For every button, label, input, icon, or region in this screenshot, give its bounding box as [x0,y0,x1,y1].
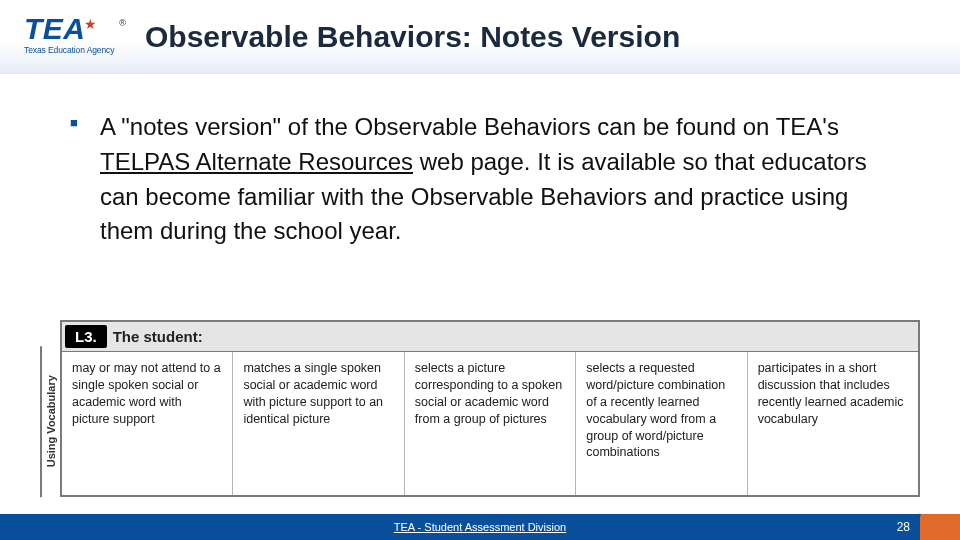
slide: TEA★® Texas Education Agency Observable … [0,0,960,540]
table-cell: matches a single spoken social or academ… [233,352,404,495]
logo-text: TEA [24,12,86,45]
table-row: may or may not attend to a single spoken… [60,352,920,497]
slide-title: Observable Behaviors: Notes Version [145,20,680,54]
bullet-text-pre: A "notes version" of the Observable Beha… [100,113,839,140]
table-header-label: The student: [113,328,203,345]
bullet-list: A "notes version" of the Observable Beha… [70,110,890,249]
table-cell: participates in a short discussion that … [748,352,918,495]
body: A "notes version" of the Observable Beha… [0,74,960,249]
resources-link[interactable]: TELPAS Alternate Resources [100,148,413,175]
level-badge: L3. [65,325,107,348]
table-cell: selects a requested word/picture combina… [576,352,747,495]
table-header: L3. The student: [60,320,920,352]
tea-logo: TEA★® Texas Education Agency [24,14,124,64]
page-number: 28 [897,520,910,534]
star-icon: ★ [84,16,97,32]
row-category-label: Using Vocabulary [40,346,60,497]
footer: TEA - Student Assessment Division 28 [0,514,960,540]
behaviors-table: Using Vocabulary L3. The student: may or… [40,320,920,497]
registered-icon: ® [119,18,126,28]
footer-text: TEA - Student Assessment Division [394,521,566,533]
table-cell: may or may not attend to a single spoken… [62,352,233,495]
bullet-item: A "notes version" of the Observable Beha… [70,110,890,249]
logo-subtitle: Texas Education Agency [24,45,124,55]
table-cell: selects a picture corresponding to a spo… [405,352,576,495]
footer-accent [920,514,960,540]
header: TEA★® Texas Education Agency Observable … [0,0,960,74]
